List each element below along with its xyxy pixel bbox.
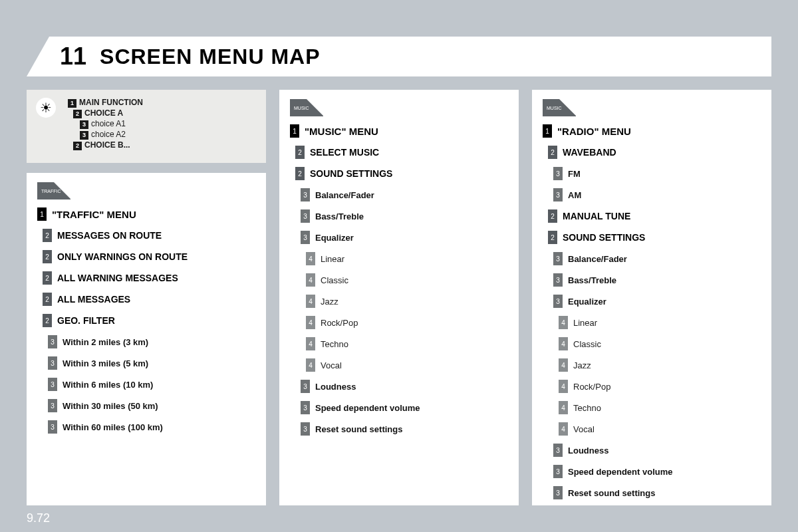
hint-icon: ☀ [36,98,56,118]
level-badge: 3 [553,167,563,180]
legend-line: 1MAIN FUNCTION [68,98,143,108]
menu-item: 4Classic [290,273,508,287]
panel-icon: TRAFFIC [37,182,70,200]
level-badge: 3 [48,420,57,434]
menu-item-label: MESSAGES ON ROUTE [57,230,162,241]
menu-item-label: Classic [573,339,601,349]
menu-item: 2GEO. FILTER [37,314,255,327]
menu-item-label: Loudness [315,382,356,392]
level-tag: 2 [73,142,82,150]
menu-item-label: Within 60 miles (100 km) [63,422,163,432]
level-badge: 2 [43,314,52,327]
menu-item: 3Balance/Fader [290,188,508,201]
level-badge: 3 [553,273,563,287]
menu-item-label: SOUND SETTINGS [563,232,645,243]
level-badge: 2 [43,293,52,306]
menu-item: 2MESSAGES ON ROUTE [37,229,255,242]
menu-item-label: Classic [321,275,348,285]
menu-item: 3Speed dependent volume [543,465,761,478]
menu-item: 4Classic [543,337,761,350]
level-badge: 2 [295,167,305,180]
legend-lines: 1MAIN FUNCTION2CHOICE A3choice A13choice… [64,98,143,155]
menu-item-label: ALL MESSAGES [57,294,130,305]
level-tag: 3 [80,120,88,129]
menu-item: 3Within 3 miles (5 km) [37,356,255,370]
menu-item-label: Within 30 miles (50 km) [63,401,158,411]
level-badge: 4 [306,273,315,287]
menu-item: 3Loudness [543,444,761,457]
menu-item-label: Techno [573,403,601,413]
legend-text: MAIN FUNCTION [79,98,143,107]
level-badge: 4 [559,422,568,436]
menu-item: 1"MUSIC" MENU [290,124,508,138]
menu-item: 2SOUND SETTINGS [290,167,508,180]
level-badge: 3 [301,422,310,436]
menu-item-label: AM [568,190,581,200]
menu-item: 4Techno [290,337,508,350]
menu-item-label: ALL WARNING MESSAGES [57,273,178,283]
level-badge: 2 [43,271,52,285]
menu-item-label: Vocal [573,424,595,434]
level-badge: 2 [548,209,557,223]
menu-item-label: Reset sound settings [568,488,655,498]
level-tag: 1 [68,99,76,108]
panel-radio: MUSIC1"RADIO" MENU2WAVEBAND3FM3AM2MANUAL… [532,90,771,505]
level-badge: 2 [295,146,305,159]
menu-item-label: SELECT MUSIC [310,147,379,158]
menu-item: 2SELECT MUSIC [290,146,508,159]
level-badge: 3 [48,356,57,370]
panel-icon: MUSIC [290,99,323,116]
panel-traffic: TRAFFIC1"TRAFFIC" MENU2MESSAGES ON ROUTE… [27,173,266,505]
menu-item-label: Within 6 miles (10 km) [63,380,153,390]
level-badge: 3 [553,465,563,478]
menu-item-label: WAVEBAND [563,147,616,158]
menu-item: 3Equalizer [543,295,761,308]
menu-item: 3Within 60 miles (100 km) [37,420,255,434]
menu-item: 3Loudness [290,380,508,393]
level-badge: 4 [306,337,315,350]
menu-item-label: Within 3 miles (5 km) [63,358,148,368]
legend-line: 3choice A2 [80,130,143,140]
legend-text: CHOICE B... [84,140,130,150]
level-badge: 4 [559,380,568,393]
menu-item-label: Equalizer [568,297,606,307]
panel-music: MUSIC1"MUSIC" MENU2SELECT MUSIC2SOUND SE… [279,90,519,505]
menu-item-label: Within 2 miles (3 km) [63,337,148,347]
legend-text: choice A1 [91,119,126,128]
menu-item: 3FM [543,167,761,180]
menu-item: 4Jazz [290,295,508,308]
level-badge: 2 [548,231,557,244]
menu-item: 4Linear [543,316,761,329]
level-badge: 4 [559,358,568,372]
level-badge: 3 [48,335,57,348]
menu-item: 2WAVEBAND [543,146,761,159]
menu-item-label: Balance/Fader [568,254,627,264]
menu-item: 2MANUAL TUNE [543,209,761,223]
menu-item-label: Jazz [321,297,338,307]
level-tag: 3 [80,131,88,140]
menu-item-label: FM [568,169,581,179]
level-badge: 3 [301,380,310,393]
menu-item-label: Techno [321,339,348,349]
menu-item-label: Equalizer [315,233,354,243]
menu-item-label: "MUSIC" MENU [305,126,378,137]
level-badge: 4 [559,316,568,329]
menu-item-label: Bass/Treble [568,275,616,285]
level-badge: 1 [543,124,552,138]
level-badge: 3 [301,188,310,201]
level-badge: 3 [553,252,563,265]
menu-item: 4Jazz [543,358,761,372]
menu-item-label: Vocal [321,360,342,370]
menu-item: 3Reset sound settings [290,422,508,436]
menu-item: 2ALL MESSAGES [37,293,255,306]
level-badge: 4 [306,295,315,308]
legend-line: 2CHOICE A [73,108,143,118]
menu-item: 3Within 6 miles (10 km) [37,378,255,391]
level-badge: 4 [306,358,315,372]
menu-item-label: GEO. FILTER [57,315,115,326]
menu-item: 3Bass/Treble [543,273,761,287]
menu-item: 4Vocal [290,358,508,372]
level-badge: 3 [301,209,310,223]
menu-item-label: Speed dependent volume [568,467,672,477]
menu-item-label: Jazz [573,360,591,370]
